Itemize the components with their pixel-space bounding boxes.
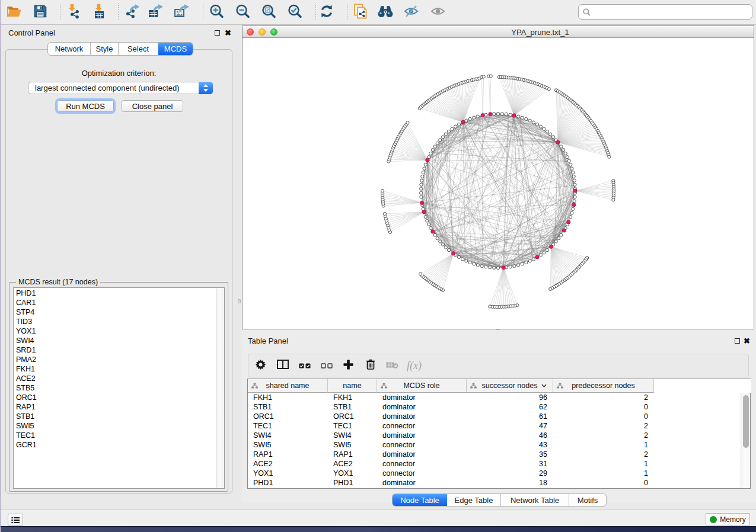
new-network-from-selection-icon (353, 3, 368, 22)
zoom-out-button[interactable] (232, 2, 253, 23)
deselect-all-columns-button[interactable] (315, 356, 337, 375)
mcds-result-item[interactable]: SRD1 (16, 345, 213, 355)
table-row[interactable]: TEC1TEC1connector472 (248, 421, 741, 431)
refresh-layout-button[interactable] (316, 2, 337, 23)
import-network-button[interactable] (62, 2, 84, 23)
search-box[interactable] (578, 4, 752, 20)
table-row[interactable]: SWI4SWI4dominator462 (248, 431, 741, 440)
table-tab-motifs[interactable]: Motifs (569, 494, 606, 506)
table-row[interactable]: RAP1RAP1dominator352 (248, 450, 741, 459)
node-table: shared name name MCDS role successor nod… (247, 379, 751, 489)
export-table-button[interactable] (145, 2, 166, 23)
column-header-shared-name[interactable]: shared name (248, 379, 328, 393)
zoom-fit-button[interactable] (258, 2, 279, 23)
mcds-result-item[interactable]: CAR1 (16, 298, 213, 307)
hide-selected-button[interactable] (401, 2, 422, 23)
network-canvas[interactable] (243, 39, 754, 329)
table-panel-close-icon[interactable]: ✖ (744, 338, 750, 344)
table-tab-network-table[interactable]: Network Table (501, 494, 569, 506)
new-network-from-selection-button[interactable] (350, 2, 371, 23)
node-table-scrollbar[interactable] (741, 393, 750, 488)
mcds-result-item[interactable]: PHD1 (16, 289, 213, 298)
control-tab-select[interactable]: Select (119, 43, 158, 55)
table-row[interactable]: ACE2ACE2connector311 (248, 459, 741, 469)
column-header-successor-nodes[interactable]: successor nodes (467, 379, 553, 393)
column-settings-button[interactable] (250, 356, 272, 375)
zoom-selected-button[interactable] (284, 2, 305, 23)
mcds-result-item[interactable]: SWI5 (16, 421, 213, 431)
mcds-result-item[interactable]: TID3 (16, 317, 213, 326)
window-minimize-button[interactable] (259, 28, 266, 36)
cell-shared-name: FKH1 (248, 393, 328, 402)
control-panel-header: Control Panel ✖ (1, 25, 237, 40)
mcds-result-item[interactable]: YOX1 (16, 326, 213, 336)
mcds-list-scrollbar[interactable] (216, 288, 224, 488)
cell-shared-name: PHD1 (248, 478, 328, 488)
open-file-button[interactable] (4, 2, 25, 23)
cell-shared-name: TEC1 (248, 421, 328, 431)
mcds-result-item[interactable]: PMA2 (16, 355, 213, 364)
column-type-icon (557, 383, 563, 389)
mcds-result-item[interactable]: RAP1 (16, 402, 213, 412)
mcds-result-item[interactable]: STB1 (16, 412, 213, 421)
cell-name: STB1 (328, 402, 377, 412)
close-panel-button[interactable]: Close panel (122, 100, 183, 112)
table-tab-edge-table[interactable]: Edge Table (447, 494, 501, 506)
mcds-result-list[interactable]: PHD1CAR1STP4TID3YOX1SWI4SRD1PMA2FKH1ACE2… (13, 287, 225, 489)
export-image-button[interactable] (171, 2, 192, 23)
search-input[interactable] (593, 6, 752, 18)
vertical-splitter-handle[interactable] (238, 299, 241, 303)
column-header-MCDS-role[interactable]: MCDS role (377, 379, 467, 393)
control-tab-network[interactable]: Network (48, 43, 91, 55)
delete-columns-button[interactable] (359, 356, 381, 375)
network-graph[interactable] (243, 39, 754, 329)
table-panel-float-icon[interactable] (735, 338, 740, 344)
mcds-result-item[interactable]: ACE2 (16, 374, 213, 383)
table-row[interactable]: SWI5SWI5connector431 (248, 440, 741, 450)
mcds-result-item[interactable]: GCR1 (16, 440, 213, 450)
criterion-select[interactable]: largest connected component (undirected) (28, 82, 213, 94)
mcds-result-item[interactable]: ORC1 (16, 393, 213, 402)
table-panel: Table Panel ✖ f(x) (242, 330, 756, 503)
cell-name: FKH1 (328, 393, 377, 402)
network-window-titlebar[interactable]: YPA_prune.txt_1 (243, 26, 754, 38)
run-mcds-button[interactable]: Run MCDS (57, 100, 114, 112)
mcds-result-item[interactable]: STP4 (16, 307, 213, 317)
column-header-name[interactable]: name (328, 379, 377, 393)
cell-name: RAP1 (328, 450, 377, 459)
show-panels-button[interactable] (8, 514, 23, 526)
cell-successor-nodes: 31 (467, 459, 553, 469)
window-close-button[interactable] (247, 28, 254, 36)
table-row[interactable]: STB1STB1dominator620 (248, 402, 741, 412)
vertical-splitter[interactable] (237, 25, 242, 503)
table-row[interactable]: PHD1PHD1dominator180 (248, 478, 741, 488)
export-network-button[interactable] (122, 2, 143, 23)
control-tab-style[interactable]: Style (91, 43, 119, 55)
find-button[interactable] (375, 2, 396, 23)
import-table-button[interactable] (88, 2, 110, 23)
cell-predecessor-nodes: 2 (553, 393, 654, 402)
mcds-result-item[interactable]: STB5 (16, 383, 213, 393)
show-all-button[interactable] (428, 2, 449, 23)
table-row[interactable]: ORC1ORC1dominator610 (248, 412, 741, 421)
select-all-columns-button[interactable] (294, 356, 315, 375)
table-row[interactable]: FKH1FKH1dominator962 (248, 393, 741, 402)
control-tab-mcds[interactable]: MCDS (158, 43, 193, 55)
table-row[interactable]: YOX1YOX1connector291 (248, 469, 741, 478)
column-header-predecessor-nodes[interactable]: predecessor nodes (553, 379, 654, 393)
control-panel-close-icon[interactable]: ✖ (225, 30, 231, 36)
save-session-button[interactable] (30, 2, 51, 23)
window-zoom-button[interactable] (270, 28, 278, 36)
control-panel-float-icon[interactable] (215, 30, 220, 36)
node-table-scrollbar-thumb[interactable] (743, 395, 749, 448)
mcds-tab-pane: Optimization criterion: largest connecte… (5, 49, 232, 493)
mcds-result-item[interactable]: SWI4 (16, 336, 213, 345)
toggle-panel-layout-button[interactable] (272, 356, 294, 375)
table-tab-node-table[interactable]: Node Table (393, 494, 447, 506)
mcds-result-item[interactable]: TEC1 (16, 431, 213, 440)
clear-table-icon (386, 360, 398, 371)
memory-button[interactable]: Memory (706, 513, 750, 526)
mcds-result-item[interactable]: FKH1 (16, 364, 213, 374)
create-column-button[interactable] (337, 356, 359, 375)
zoom-in-button[interactable] (206, 2, 227, 23)
